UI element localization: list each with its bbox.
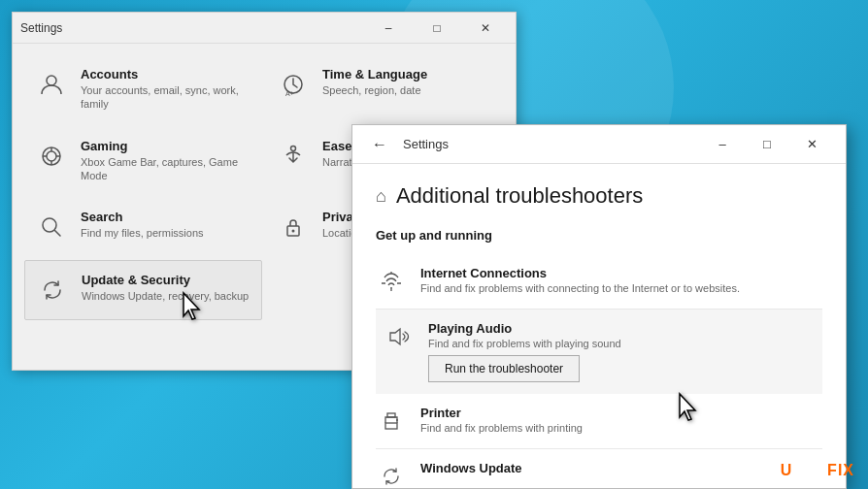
troubleshoot-item-internet[interactable]: Internet Connections Find and fix proble… <box>376 254 822 310</box>
svg-rect-17 <box>387 413 395 417</box>
ease-icon <box>276 139 311 174</box>
printer-title: Printer <box>420 406 822 420</box>
windows-update-icon <box>376 461 407 488</box>
search-desc: Find my files, permissions <box>81 226 204 240</box>
window-title-2: Settings <box>403 137 449 151</box>
settings-item-accounts[interactable]: Accounts Your accounts, email, sync, wor… <box>24 55 262 123</box>
settings-item-time-language[interactable]: A+ Time & Language Speech, region, date <box>266 55 504 123</box>
svg-point-14 <box>390 287 392 289</box>
svg-point-18 <box>396 419 398 421</box>
update-security-icon <box>35 273 70 308</box>
settings-item-gaming[interactable]: Gaming Xbox Game Bar, captures, Game Mod… <box>24 127 262 195</box>
maximize-button-1[interactable]: □ <box>415 14 459 43</box>
gaming-desc: Xbox Game Bar, captures, Game Mode <box>81 155 252 183</box>
internet-desc: Find and fix problems with connecting to… <box>420 282 822 294</box>
back-button[interactable]: ← <box>364 132 395 157</box>
svg-line-11 <box>55 231 61 237</box>
window-titlebar-1: Settings – □ ✕ <box>13 13 516 44</box>
time-language-title: Time & Language <box>322 67 427 82</box>
audio-icon <box>384 321 415 352</box>
internet-title: Internet Connections <box>420 266 822 280</box>
logo-fix: FIX <box>827 462 854 478</box>
search-title: Search <box>81 210 204 224</box>
ugetfix-logo: UGETFIX <box>781 462 854 479</box>
gaming-icon <box>34 139 69 174</box>
logo-get: GET <box>792 462 827 478</box>
time-language-desc: Speech, region, date <box>322 83 427 97</box>
logo-u: U <box>781 462 793 478</box>
svg-marker-15 <box>390 329 400 344</box>
home-icon: ⌂ <box>376 186 386 207</box>
minimize-button-1[interactable]: – <box>366 14 411 43</box>
printer-icon <box>376 406 407 437</box>
run-troubleshooter-button[interactable]: Run the troubleshooter <box>428 355 580 382</box>
svg-point-0 <box>47 76 56 85</box>
troubleshoot-item-audio[interactable]: Playing Audio Find and fix problems with… <box>376 310 822 394</box>
settings-window-2: ← Settings – □ ✕ ⌂ Additional troublesho… <box>351 124 847 489</box>
window-controls-2: – □ ✕ <box>700 126 834 163</box>
update-security-desc: Windows Update, recovery, backup <box>82 289 249 303</box>
printer-desc: Find and fix problems with printing <box>420 422 822 434</box>
troubleshoot-item-windows-update[interactable]: Windows Update <box>376 449 822 488</box>
update-security-title: Update & Security <box>82 273 249 287</box>
time-language-icon: A+ <box>276 67 311 102</box>
windows-update-title: Windows Update <box>420 461 822 475</box>
audio-title: Playing Audio <box>428 321 815 336</box>
maximize-button-2[interactable]: □ <box>745 126 789 163</box>
window-title-1: Settings <box>20 21 62 35</box>
minimize-button-2[interactable]: – <box>700 126 745 163</box>
troubleshoot-item-printer[interactable]: Printer Find and fix problems with print… <box>376 394 822 449</box>
gaming-title: Gaming <box>81 139 252 153</box>
settings-item-search[interactable]: Search Find my files, permissions <box>24 198 262 256</box>
svg-text:A+: A+ <box>285 90 294 97</box>
svg-point-13 <box>292 230 295 233</box>
accounts-desc: Your accounts, email, sync, work, family <box>81 83 252 112</box>
window-titlebar-2: ← Settings – □ ✕ <box>352 125 846 164</box>
accounts-title: Accounts <box>81 67 252 82</box>
svg-rect-16 <box>385 423 397 429</box>
troubleshoot-content: ⌂ Additional troubleshooters Get up and … <box>352 164 846 488</box>
accounts-icon <box>34 67 69 102</box>
svg-point-4 <box>47 151 56 161</box>
search-icon <box>34 210 69 244</box>
svg-point-10 <box>43 218 56 232</box>
internet-icon <box>376 266 407 297</box>
settings-item-update-security[interactable]: Update & Security Windows Update, recove… <box>24 260 262 320</box>
section-title: Get up and running <box>376 228 822 243</box>
page-title: Additional troubleshooters <box>396 183 643 209</box>
svg-point-9 <box>291 146 296 150</box>
privacy-icon <box>276 210 311 244</box>
audio-desc: Find and fix problems with playing sound <box>428 338 815 349</box>
close-button-1[interactable]: ✕ <box>463 14 508 43</box>
window-controls-1: – □ ✕ <box>366 14 508 43</box>
page-header: ⌂ Additional troubleshooters <box>376 183 822 209</box>
close-button-2[interactable]: ✕ <box>789 126 834 163</box>
